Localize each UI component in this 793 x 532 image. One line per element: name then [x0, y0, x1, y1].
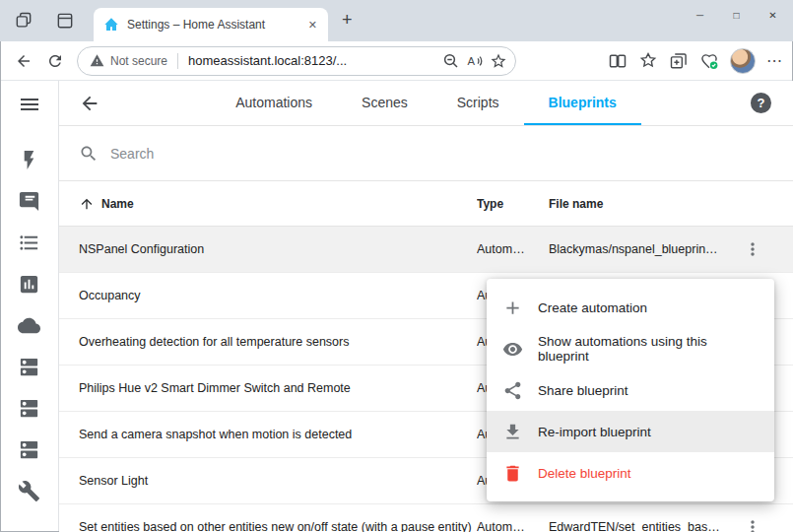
toolbar-right-icons: ⋯ [608, 48, 783, 74]
row-file: EdwardTEN/set_entities_bas… [549, 520, 730, 532]
ha-back-icon[interactable] [79, 93, 100, 114]
server-icon[interactable] [18, 356, 40, 378]
row-type: Autom… [477, 520, 549, 532]
sidebar-menu-icon[interactable] [18, 93, 41, 116]
ha-main: Automations Scenes Scripts Blueprints ? [59, 81, 793, 532]
ha-sidebar [0, 81, 59, 532]
search-input[interactable] [110, 146, 773, 162]
address-divider [177, 53, 178, 69]
trash-icon [502, 463, 523, 484]
browser-window: Settings – Home Assistant ✕ + ─ □ ✕ Not … [0, 0, 793, 532]
home-assistant-favicon [103, 17, 119, 33]
row-overflow-menu-icon[interactable] [743, 239, 762, 259]
favorite-star-icon[interactable] [490, 52, 507, 70]
row-name: Sensor Light [79, 474, 477, 488]
ha-header: Automations Scenes Scripts Blueprints ? [59, 81, 793, 126]
browser-menu-icon[interactable]: ⋯ [766, 51, 783, 70]
row-name: Set entities based on other entities new… [79, 520, 477, 532]
home-assistant-app: Automations Scenes Scripts Blueprints ? [0, 81, 793, 532]
table-row[interactable]: NSPanel Configuration Autom… Blackymas/n… [59, 227, 793, 273]
chart-icon[interactable] [18, 273, 40, 296]
menu-item-label: Share blueprint [538, 383, 628, 398]
back-icon[interactable] [10, 47, 37, 75]
address-bar[interactable]: Not secure homeassistant.local:8123/... … [77, 46, 516, 76]
chat-icon[interactable] [18, 190, 40, 213]
list-icon[interactable] [18, 232, 40, 254]
row-name: Philips Hue v2 Smart Dimmer Switch and R… [79, 381, 477, 395]
window-controls: ─ □ ✕ [682, 0, 791, 30]
workspaces-icon[interactable] [14, 11, 33, 31]
server-icon[interactable] [18, 438, 40, 461]
share-icon [502, 380, 523, 401]
search-row [59, 126, 793, 181]
tab-actions-icon[interactable] [55, 11, 75, 31]
minimize-button[interactable]: ─ [682, 0, 718, 30]
browser-toolbar: Not secure homeassistant.local:8123/... … [0, 41, 793, 81]
tab-blueprints[interactable]: Blueprints [524, 81, 641, 125]
maximize-button[interactable]: □ [718, 0, 755, 30]
lightning-icon[interactable] [18, 149, 40, 171]
split-screen-icon[interactable] [608, 51, 628, 71]
row-context-menu: Create automation Show automations using… [487, 279, 774, 501]
sort-ascending-icon [79, 196, 95, 212]
tab-automations[interactable]: Automations [211, 81, 337, 125]
favorites-icon[interactable] [638, 51, 658, 71]
download-icon [502, 422, 523, 442]
tab-scenes[interactable]: Scenes [337, 81, 432, 125]
eye-icon [502, 339, 523, 360]
column-header-type[interactable]: Type [477, 197, 549, 211]
row-overflow-menu-icon[interactable] [743, 517, 762, 532]
security-label[interactable]: Not secure [110, 54, 167, 68]
read-aloud-icon[interactable]: A [466, 52, 484, 70]
menu-item-show-automations[interactable]: Show automations using this blueprint [487, 328, 774, 369]
column-header-name[interactable]: Name [79, 196, 477, 212]
url-text[interactable]: homeassistant.local:8123/... [188, 53, 436, 68]
row-name: NSPanel Configuration [79, 242, 477, 256]
tab-title: Settings – Home Assistant [127, 18, 296, 32]
collections-icon[interactable] [669, 51, 689, 71]
plus-icon [502, 298, 523, 318]
row-name: Send a camera snapshot when motion is de… [79, 428, 477, 441]
menu-item-label: Delete blueprint [538, 466, 631, 481]
menu-item-share-blueprint[interactable]: Share blueprint [487, 369, 774, 411]
menu-item-label: Show automations using this blueprint [538, 334, 759, 364]
refresh-icon[interactable] [41, 47, 69, 75]
browser-tab[interactable]: Settings – Home Assistant ✕ [94, 8, 328, 41]
menu-item-delete-blueprint[interactable]: Delete blueprint [487, 452, 774, 494]
titlebar: Settings – Home Assistant ✕ + ─ □ ✕ [0, 0, 793, 41]
row-name: Occupancy [79, 289, 477, 302]
cloud-icon[interactable] [18, 314, 40, 337]
browser-essentials-icon[interactable] [699, 51, 719, 71]
ha-nav-tabs: Automations Scenes Scripts Blueprints [59, 81, 793, 125]
column-header-name-label: Name [101, 197, 134, 211]
not-secure-warning-icon [90, 53, 104, 68]
menu-item-create-automation[interactable]: Create automation [487, 287, 774, 328]
close-button[interactable]: ✕ [755, 0, 791, 30]
close-tab-icon[interactable]: ✕ [303, 17, 322, 33]
row-type: Autom… [477, 242, 549, 256]
menu-item-label: Create automation [538, 300, 647, 315]
menu-item-reimport-blueprint[interactable]: Re-import blueprint [487, 411, 774, 452]
search-icon [79, 144, 99, 164]
svg-text:A: A [468, 54, 476, 66]
column-header-file[interactable]: File name [549, 197, 730, 211]
zoom-out-icon[interactable] [442, 52, 460, 70]
wrench-icon[interactable] [18, 480, 40, 502]
server-icon[interactable] [18, 397, 40, 420]
table-row[interactable]: Set entities based on other entities new… [59, 504, 793, 532]
row-file: Blackymas/nspanel_blueprin… [549, 242, 730, 256]
help-icon[interactable]: ? [751, 93, 771, 113]
new-tab-button[interactable]: + [342, 10, 353, 31]
row-name: Overheating detection for all temperatur… [79, 335, 477, 349]
profile-avatar[interactable] [730, 48, 756, 74]
menu-item-label: Re-import blueprint [538, 425, 651, 439]
table-header: Name Type File name [59, 181, 793, 227]
tab-scripts[interactable]: Scripts [432, 81, 524, 125]
